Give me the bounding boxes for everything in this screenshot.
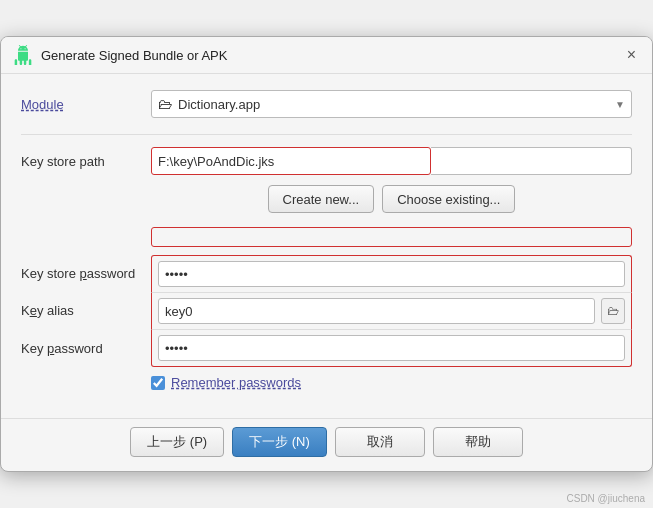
help-button[interactable]: 帮助 bbox=[433, 427, 523, 457]
key-alias-input[interactable] bbox=[158, 298, 595, 324]
key-password-input-wrap bbox=[151, 329, 632, 367]
credentials-section: Key store password Key alias 🗁 Ke bbox=[21, 255, 632, 367]
cancel-button[interactable]: 取消 bbox=[335, 427, 425, 457]
module-dropdown-arrow: ▼ bbox=[615, 99, 625, 110]
keystore-password-input[interactable] bbox=[158, 261, 625, 287]
key-password-input[interactable] bbox=[158, 335, 625, 361]
module-folder-icon: 🗁 bbox=[158, 96, 172, 112]
module-row: Module 🗁 Dictionary.app ▼ bbox=[21, 90, 632, 118]
module-label[interactable]: Module bbox=[21, 97, 151, 112]
remember-label[interactable]: Remember passwords bbox=[171, 375, 301, 390]
fields-section bbox=[21, 227, 632, 247]
keystore-path-extension bbox=[431, 147, 632, 175]
close-button[interactable]: × bbox=[623, 45, 640, 65]
field-labels bbox=[21, 227, 151, 247]
android-icon bbox=[13, 45, 33, 65]
keystore-row: Key store path bbox=[21, 147, 632, 175]
key-alias-label: Key alias bbox=[21, 303, 151, 318]
key-password-full-row: Key password bbox=[21, 329, 632, 367]
dialog-title: Generate Signed Bundle or APK bbox=[41, 48, 227, 63]
next-button[interactable]: 下一步 (N) bbox=[232, 427, 327, 457]
keystore-path-input[interactable] bbox=[151, 147, 431, 175]
prev-button[interactable]: 上一步 (P) bbox=[130, 427, 224, 457]
create-new-button[interactable]: Create new... bbox=[268, 185, 375, 213]
generate-signed-dialog: Generate Signed Bundle or APK × Module 🗁… bbox=[0, 36, 653, 472]
title-bar: Generate Signed Bundle or APK × bbox=[1, 37, 652, 74]
key-alias-input-wrap: 🗁 bbox=[151, 292, 632, 329]
key-alias-full-row: Key alias 🗁 bbox=[21, 292, 632, 329]
remember-row: Remember passwords bbox=[21, 375, 632, 390]
keystore-action-buttons: Create new... Choose existing... bbox=[21, 185, 632, 213]
keystore-path-label: Key store path bbox=[21, 154, 151, 169]
key-password-label: Key password bbox=[21, 341, 151, 356]
title-bar-left: Generate Signed Bundle or APK bbox=[13, 45, 227, 65]
separator bbox=[21, 134, 632, 135]
module-select[interactable]: 🗁 Dictionary.app ▼ bbox=[151, 90, 632, 118]
bottom-bar: 上一步 (P) 下一步 (N) 取消 帮助 bbox=[1, 418, 652, 471]
dialog-content: Module 🗁 Dictionary.app ▼ Key store path… bbox=[1, 74, 652, 418]
keystore-password-label: Key store password bbox=[21, 266, 151, 281]
key-alias-browse-button[interactable]: 🗁 bbox=[601, 298, 625, 324]
keystore-password-input-wrap bbox=[151, 255, 632, 292]
remember-checkbox[interactable] bbox=[151, 376, 165, 390]
module-value: Dictionary.app bbox=[178, 97, 260, 112]
choose-existing-button[interactable]: Choose existing... bbox=[382, 185, 515, 213]
credentials-block bbox=[151, 227, 632, 247]
keystore-password-full-row: Key store password bbox=[21, 255, 632, 292]
